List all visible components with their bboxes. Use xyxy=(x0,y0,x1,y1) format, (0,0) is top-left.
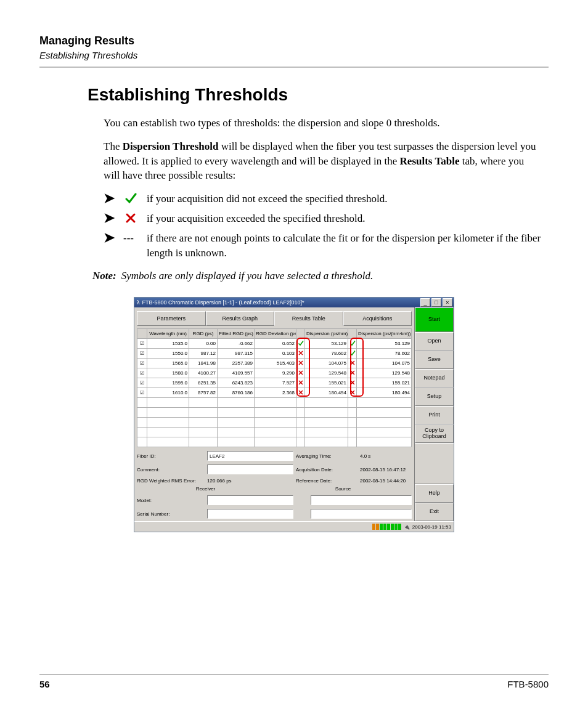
page-footer: 56 FTB-5800 xyxy=(39,674,549,689)
bullet-arrow-icon: ➤ xyxy=(104,211,115,225)
label-rms: RGD Weighted RMS Error: xyxy=(137,478,205,484)
copy-clipboard-button[interactable]: Copy to Clipboard xyxy=(415,424,454,443)
input-fiber-id[interactable]: LEAF2 xyxy=(207,451,293,461)
row-checkbox[interactable]: ☑ xyxy=(137,359,147,368)
table-row-empty xyxy=(137,398,412,408)
header-rule xyxy=(39,67,549,68)
open-button[interactable]: Open xyxy=(415,332,454,351)
table-row-empty xyxy=(137,408,412,418)
help-button[interactable]: Help xyxy=(415,484,454,503)
label-comment: Comment: xyxy=(137,467,205,473)
table-row: ☑1550.0987.12987.3150.10378.60278.602 xyxy=(137,349,412,359)
tab-results-graph[interactable]: Results Graph xyxy=(206,311,275,326)
label-ref-date: Reference Date: xyxy=(296,478,357,484)
label-serial: Serial Number: xyxy=(137,511,205,517)
result-item-none: ➤ --- if there are not enough points to … xyxy=(104,231,542,261)
side-panel: Start Open Save Notepad Setup Print Copy… xyxy=(414,307,454,521)
value-rms: 120.066 ps xyxy=(207,478,293,484)
table-row: ☑1595.06251.356243.8237.527155.021155.02… xyxy=(137,378,412,388)
results-table: Wavelength (nm) RGD (ps) Fitted RGD (ps)… xyxy=(137,328,412,447)
signal-meter-icon xyxy=(372,524,401,530)
label-source: Source xyxy=(274,486,412,492)
status-icon xyxy=(348,388,357,398)
status-icon xyxy=(348,368,357,378)
row-checkbox[interactable]: ☑ xyxy=(137,339,147,349)
value-avg-time: 4.0 s xyxy=(360,453,412,459)
table-row-empty xyxy=(137,437,412,447)
setup-button[interactable]: Setup xyxy=(415,387,454,406)
status-icon xyxy=(296,388,305,398)
window-title: FTB-5800 Chromatic Dispersion [1-1] - (L… xyxy=(142,299,304,306)
input-receiver-model[interactable] xyxy=(207,495,293,505)
exit-button[interactable]: Exit xyxy=(415,503,454,521)
page-number: 56 xyxy=(39,679,50,689)
table-row: ☑1580.04100.274109.5579.290129.548129.54… xyxy=(137,368,412,378)
bullet-arrow-icon: ➤ xyxy=(104,192,115,205)
tab-parameters[interactable]: Parameters xyxy=(137,311,206,326)
input-receiver-serial[interactable] xyxy=(207,509,293,519)
row-checkbox[interactable]: ☑ xyxy=(137,368,147,378)
close-button[interactable]: × xyxy=(443,298,452,307)
bullet-arrow-icon: ➤ xyxy=(104,231,115,245)
table-row-empty xyxy=(137,428,412,437)
table-row: ☑1610.08757.828760.1862.368180.494180.49… xyxy=(137,388,412,398)
status-icon xyxy=(296,349,305,359)
page-header: Managing Results Establishing Thresholds xyxy=(39,34,549,68)
label-model: Model: xyxy=(137,498,205,503)
check-pass-icon xyxy=(123,191,138,206)
status-icon xyxy=(348,339,357,349)
start-button[interactable]: Start xyxy=(415,307,454,332)
note-label: Note: xyxy=(92,270,116,282)
note-text: Symbols are only displayed if you have s… xyxy=(121,270,374,282)
input-source-serial[interactable] xyxy=(311,509,412,519)
result-list: ➤ if your acquisition did not exceed the… xyxy=(104,192,542,260)
row-checkbox[interactable]: ☑ xyxy=(137,349,147,359)
label-avg-time: Averaging Time: xyxy=(296,453,357,459)
print-button[interactable]: Print xyxy=(415,406,454,424)
row-checkbox[interactable]: ☑ xyxy=(137,378,147,388)
notepad-button[interactable]: Notepad xyxy=(415,369,454,387)
dash-icon: --- xyxy=(123,231,134,246)
save-button[interactable]: Save xyxy=(415,351,454,369)
intro-paragraph-1: You can establish two types of threshold… xyxy=(104,116,542,131)
tab-bar: Parameters Results Graph Results Table A… xyxy=(137,311,412,326)
value-acq-date: 2002-08-15 16:47:12 xyxy=(360,467,412,473)
app-window: λ FTB-5800 Chromatic Dispersion [1-1] - … xyxy=(134,297,454,532)
label-acq-date: Acquisition Date: xyxy=(296,467,357,473)
status-icon xyxy=(296,378,305,388)
status-icon xyxy=(348,359,357,368)
maximize-button[interactable]: □ xyxy=(431,298,441,307)
plug-icon: 🔌 xyxy=(404,524,410,530)
table-header-row: Wavelength (nm) RGD (ps) Fitted RGD (ps)… xyxy=(137,329,412,339)
results-table-wrap: Wavelength (nm) RGD (ps) Fitted RGD (ps)… xyxy=(137,328,412,447)
note: Note: Symbols are only displayed if you … xyxy=(39,270,549,282)
check-fail-icon xyxy=(123,211,138,225)
table-row: ☑1565.01841.982357.389515.403104.075104.… xyxy=(137,359,412,368)
input-source-model[interactable] xyxy=(311,495,412,505)
status-bar: 🔌 2003-09-19 11:53 xyxy=(134,521,454,532)
row-checkbox[interactable]: ☑ xyxy=(137,388,147,398)
intro-paragraph-2: The Dispersion Threshold will be display… xyxy=(104,139,542,183)
status-icon xyxy=(296,339,305,349)
product-id: FTB-5800 xyxy=(507,679,549,689)
table-row: ☑1535.00.00-0.6620.65253.12953.129 xyxy=(137,339,412,349)
status-icon xyxy=(296,368,305,378)
status-icon xyxy=(348,378,357,388)
status-timestamp: 2003-09-19 11:53 xyxy=(412,524,451,530)
result-item-pass: ➤ if your acquisition did not exceed the… xyxy=(104,192,542,206)
value-ref-date: 2002-08-15 14:44:20 xyxy=(360,478,412,484)
tab-results-table[interactable]: Results Table xyxy=(274,311,343,326)
label-receiver: Receiver xyxy=(137,486,274,492)
status-icon xyxy=(348,349,357,359)
tab-acquisitions[interactable]: Acquisitions xyxy=(343,311,412,326)
status-icon xyxy=(296,359,305,368)
label-fiber-id: Fiber ID: xyxy=(137,453,205,459)
header-section: Managing Results xyxy=(39,34,549,47)
input-comment[interactable] xyxy=(207,465,293,474)
section-title: Establishing Thresholds xyxy=(88,85,542,105)
header-subsection: Establishing Thresholds xyxy=(39,50,549,60)
result-item-fail: ➤ if your acquisition exceeded the speci… xyxy=(104,211,542,226)
minimize-button[interactable]: _ xyxy=(420,298,430,307)
title-bar[interactable]: λ FTB-5800 Chromatic Dispersion [1-1] - … xyxy=(134,298,454,307)
table-row-empty xyxy=(137,418,412,428)
